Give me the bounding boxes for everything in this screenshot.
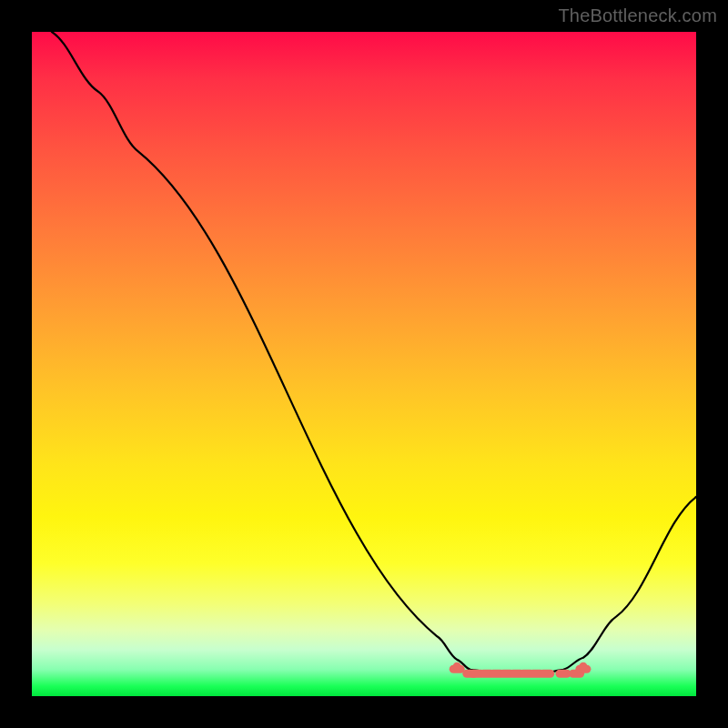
chart-container: TheBottleneck.com bbox=[0, 0, 728, 728]
watermark-text: TheBottleneck.com bbox=[558, 5, 717, 26]
bottleneck-curve bbox=[52, 32, 696, 675]
trough-endpoint bbox=[579, 662, 587, 671]
curve-layer bbox=[32, 32, 696, 696]
trough-endpoint bbox=[453, 662, 461, 671]
plot-area bbox=[32, 32, 696, 696]
